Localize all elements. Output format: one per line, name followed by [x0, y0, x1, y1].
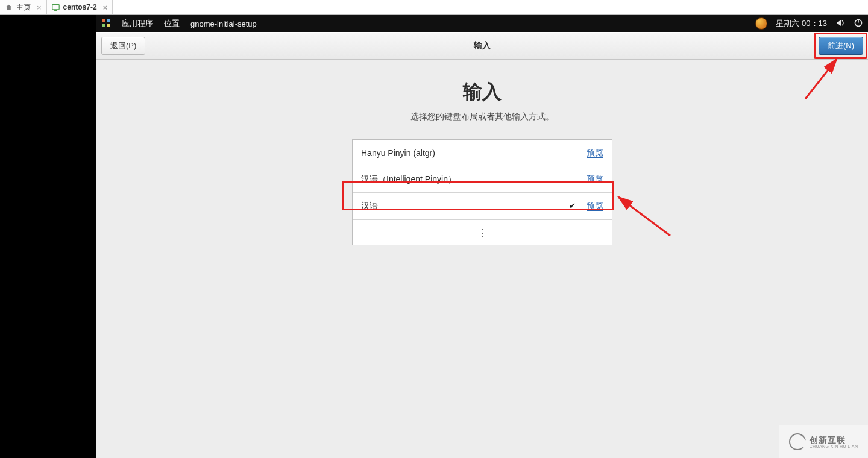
host-tab-home[interactable]: 主页 ×	[0, 0, 47, 14]
dialog-header: 返回(P) 前进(N)	[96, 32, 868, 60]
host-tab-bar: 主页 × centos7-2 ×	[0, 0, 868, 15]
ime-indicator-icon[interactable]	[755, 17, 767, 30]
svg-rect-0	[52, 4, 58, 9]
watermark-cn: 创新互联	[810, 436, 858, 444]
host-tab-label: centos7-2	[63, 3, 97, 11]
input-source-row-selected[interactable]: 汉语 ✔ 预览	[353, 193, 612, 219]
menu-applications[interactable]: 应用程序	[122, 18, 153, 29]
host-tab-vm[interactable]: centos7-2 ×	[47, 0, 113, 14]
svg-rect-3	[102, 24, 105, 27]
svg-rect-6	[858, 19, 859, 22]
monitor-icon	[52, 4, 60, 11]
input-source-name: Hanyu Pinyin (altgr)	[361, 148, 435, 158]
vm-black-margin	[0, 15, 96, 458]
clock[interactable]: 星期六 00：13	[776, 18, 827, 29]
svg-rect-1	[102, 19, 105, 22]
svg-rect-4	[107, 24, 110, 27]
activities-icon[interactable]	[101, 19, 111, 28]
page-subtitle: 选择您的键盘布局或者其他输入方式。	[96, 111, 868, 122]
close-icon[interactable]: ×	[37, 3, 42, 12]
checkmark-icon: ✔	[569, 201, 576, 210]
more-icon: ⋯	[477, 227, 488, 237]
input-source-list: Hanyu Pinyin (altgr) 预览 汉语（Intelligent P…	[352, 139, 612, 245]
watermark-logo-icon	[789, 433, 806, 450]
input-source-row[interactable]: 汉语（Intelligent Pinyin） 预览	[353, 166, 612, 193]
show-more-row[interactable]: ⋯	[353, 219, 612, 245]
preview-link[interactable]: 预览	[587, 148, 603, 158]
input-source-name: 汉语（Intelligent Pinyin）	[361, 174, 456, 185]
guest-desktop: 应用程序 位置 gnome-initial-setup 星期六 00：13 返回…	[96, 15, 868, 458]
preview-link[interactable]: 预览	[587, 201, 603, 212]
host-tab-label: 主页	[16, 2, 31, 13]
power-icon[interactable]	[854, 18, 863, 30]
watermark: 创新互联 CHUANG XIN HU LIAN	[779, 425, 868, 458]
watermark-en: CHUANG XIN HU LIAN	[810, 444, 858, 448]
page-title: 输入	[96, 79, 868, 105]
dialog-body: 输入 选择您的键盘布局或者其他输入方式。 Hanyu Pinyin (altgr…	[96, 60, 868, 245]
back-button[interactable]: 返回(P)	[101, 37, 145, 55]
close-icon[interactable]: ×	[103, 3, 108, 12]
volume-icon[interactable]	[835, 18, 845, 30]
gnome-top-bar: 应用程序 位置 gnome-initial-setup 星期六 00：13	[96, 15, 868, 32]
next-button[interactable]: 前进(N)	[819, 37, 863, 55]
preview-link[interactable]: 预览	[587, 174, 603, 185]
input-source-row[interactable]: Hanyu Pinyin (altgr) 预览	[353, 140, 612, 166]
menu-process[interactable]: gnome-initial-setup	[190, 19, 257, 28]
menu-places[interactable]: 位置	[164, 18, 180, 29]
home-icon	[5, 4, 13, 11]
input-source-name: 汉语	[361, 201, 378, 212]
svg-rect-2	[107, 19, 110, 22]
